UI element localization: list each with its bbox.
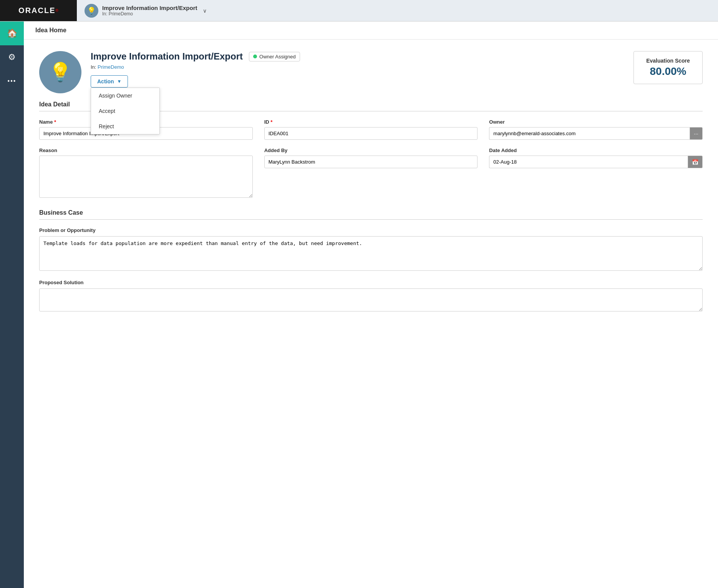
added-by-input[interactable] (264, 156, 478, 168)
reason-textarea[interactable] (39, 156, 253, 198)
business-case-header: Business Case (39, 209, 703, 220)
dropdown-item-reject[interactable]: Reject (91, 119, 159, 134)
gear-icon: ⚙ (8, 52, 16, 62)
breadcrumb-bar: 💡 Improve Information Import/Export In: … (77, 4, 214, 18)
id-input[interactable] (264, 127, 478, 140)
status-dot-icon (253, 55, 257, 58)
eval-score-box: Evaluation Score 80.00% (633, 51, 703, 84)
oracle-logo: ORACLE® (0, 0, 77, 21)
reason-label: Reason (39, 147, 253, 153)
idea-title: Improve Information Import/Export (91, 51, 243, 62)
action-dropdown-menu: Assign Owner Accept Reject (91, 88, 160, 134)
sidebar-item-more[interactable]: ••• (0, 69, 24, 93)
page-title: Idea Home (35, 27, 66, 33)
idea-title-row: Improve Information Import/Export Owner … (91, 51, 624, 62)
eval-score-label: Evaluation Score (643, 58, 693, 64)
main-layout: 🏠 ⚙ ••• Idea Home 💡 Improve Information … (0, 22, 718, 588)
owner-group: Owner ··· (489, 119, 703, 140)
idea-info: Improve Information Import/Export Owner … (91, 51, 624, 88)
top-bar: ORACLE® 💡 Improve Information Import/Exp… (0, 0, 718, 22)
id-required-star: * (270, 119, 272, 125)
idea-icon: 💡 (85, 4, 98, 18)
page-header: Idea Home (24, 22, 718, 40)
status-label: Owner Assigned (259, 54, 296, 60)
content-area: Idea Home 💡 Improve Information Import/E… (24, 22, 718, 588)
date-picker-button[interactable]: 📅 (688, 156, 703, 168)
owner-label: Owner (489, 119, 703, 125)
solution-group: Proposed Solution (39, 280, 703, 313)
name-required-star: * (54, 119, 56, 125)
action-button[interactable]: Action ▼ (91, 75, 128, 88)
dropdown-item-accept[interactable]: Accept (91, 103, 159, 119)
owner-input-row: ··· (489, 127, 703, 140)
eval-score-value: 80.00% (643, 65, 693, 78)
date-added-label: Date Added (489, 147, 703, 153)
id-group: ID * (264, 119, 478, 140)
id-label: ID * (264, 119, 478, 125)
status-badge: Owner Assigned (249, 52, 300, 61)
owner-picker-button[interactable]: ··· (690, 127, 703, 140)
action-button-label: Action (97, 78, 114, 84)
avatar: 💡 (39, 51, 81, 93)
sidebar-item-settings[interactable]: ⚙ (0, 45, 24, 69)
reason-group: Reason (39, 147, 253, 198)
owner-input[interactable] (489, 127, 690, 140)
more-icon: ••• (8, 78, 17, 84)
bulb-icon: 💡 (49, 61, 72, 83)
dropdown-arrow-icon: ▼ (117, 79, 122, 84)
dropdown-item-assign-owner[interactable]: Assign Owner (91, 88, 159, 103)
project-in-label: In: (91, 64, 96, 70)
breadcrumb-title: Improve Information Import/Export (102, 5, 197, 11)
date-added-group: Date Added 📅 (489, 147, 703, 168)
main-content: 💡 Improve Information Import/Export Owne… (24, 40, 718, 332)
problem-label: Problem or Opportunity (39, 227, 703, 233)
breadcrumb-text: Improve Information Import/Export In: Pr… (102, 5, 197, 17)
date-added-input[interactable] (489, 156, 688, 168)
breadcrumb-chevron-icon[interactable]: ∨ (203, 8, 207, 14)
sidebar-item-home[interactable]: 🏠 (0, 22, 24, 45)
business-case-section: Business Case Problem or Opportunity Tem… (39, 209, 703, 313)
idea-header: 💡 Improve Information Import/Export Owne… (39, 51, 703, 93)
added-by-label: Added By (264, 147, 478, 153)
added-by-group: Added By (264, 147, 478, 168)
problem-textarea[interactable]: Template loads for data population are m… (39, 236, 703, 271)
home-icon: 🏠 (7, 28, 17, 38)
project-link[interactable]: PrimeDemo (98, 64, 124, 70)
breadcrumb-sub: In: PrimeDemo (102, 11, 197, 17)
sidebar: 🏠 ⚙ ••• (0, 22, 24, 588)
idea-project: In: PrimeDemo (91, 64, 624, 70)
problem-group: Problem or Opportunity Template loads fo… (39, 227, 703, 272)
date-added-input-row: 📅 (489, 156, 703, 168)
oracle-wordmark: ORACLE (18, 6, 55, 15)
solution-label: Proposed Solution (39, 280, 703, 285)
solution-textarea[interactable] (39, 288, 703, 311)
oracle-registered: ® (56, 8, 58, 13)
action-btn-wrapper: Action ▼ Assign Owner Accept Reject (91, 75, 128, 88)
